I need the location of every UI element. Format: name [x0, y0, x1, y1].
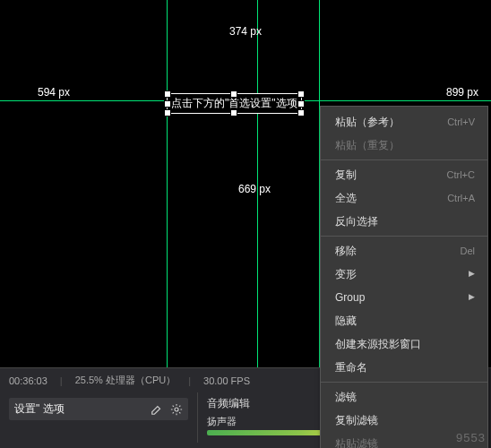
- menu-transform[interactable]: 变形▶: [321, 263, 487, 286]
- menu-create-source-projector[interactable]: 创建来源投影窗口: [321, 332, 487, 356]
- menu-rename[interactable]: 重命名: [321, 356, 487, 379]
- guide-vertical-left: [167, 0, 168, 367]
- chevron-right-icon: ▶: [469, 268, 475, 280]
- sources-panel: 设置" 选项: [0, 392, 197, 443]
- menu-hide[interactable]: 隐藏: [321, 309, 487, 332]
- menu-paste-reference[interactable]: 粘贴（参考）Ctrl+V: [321, 110, 487, 134]
- menu-filters[interactable]: 滤镜: [321, 385, 487, 409]
- watermark: 9553: [456, 431, 486, 444]
- edit-icon[interactable]: [151, 403, 163, 416]
- ruler-top-label: 374 px: [229, 25, 262, 38]
- ruler-left-label: 594 px: [38, 86, 70, 99]
- menu-copy[interactable]: 复制Ctrl+C: [321, 163, 487, 186]
- status-time: 00:36:03: [9, 375, 47, 386]
- status-cpu: 25.5% 处理器（CPU）: [75, 374, 176, 387]
- menu-remove[interactable]: 移除Del: [321, 239, 487, 263]
- ruler-right-label: 899 px: [446, 86, 478, 99]
- selected-text-object[interactable]: 点击下方的"首选设置"选项: [167, 93, 302, 114]
- menu-invert-selection[interactable]: 反向选择: [321, 210, 487, 233]
- ruler-bottom-label: 669 px: [238, 183, 271, 195]
- menu-select-all[interactable]: 全选Ctrl+A: [321, 186, 487, 210]
- chevron-right-icon: ▶: [469, 291, 475, 304]
- text-object-content: 点击下方的"首选设置"选项: [171, 97, 297, 109]
- status-fps: 30.00 FPS: [203, 375, 250, 386]
- menu-paste-duplicate: 粘贴（重复）: [321, 134, 487, 157]
- source-item[interactable]: 设置" 选项: [9, 398, 188, 420]
- svg-point-0: [175, 407, 178, 410]
- context-menu: 粘贴（参考）Ctrl+V 粘贴（重复） 复制Ctrl+C 全选Ctrl+A 反向…: [320, 106, 488, 448]
- menu-group[interactable]: Group▶: [321, 286, 487, 309]
- source-item-label: 设置" 选项: [14, 401, 65, 417]
- gear-icon[interactable]: [170, 403, 183, 416]
- menu-copy-filters[interactable]: 复制滤镜: [321, 409, 487, 432]
